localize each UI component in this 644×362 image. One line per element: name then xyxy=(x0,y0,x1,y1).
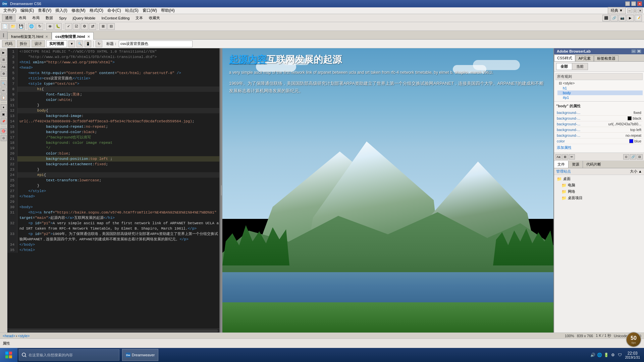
rp-btn-3[interactable]: ✏ xyxy=(569,154,575,160)
cat-incontext[interactable]: InContext Editing xyxy=(99,15,132,21)
corner-badge[interactable]: 50 0px xyxy=(626,332,641,347)
ls-btn-4[interactable]: ⚙ xyxy=(1,71,7,77)
ls-btn-8[interactable]: ♦ xyxy=(1,104,7,110)
tb-validate[interactable]: ✓ xyxy=(65,23,72,30)
refresh-design[interactable]: ↻ xyxy=(96,41,102,47)
device-mode[interactable]: 📱 xyxy=(85,41,91,47)
menu-format[interactable]: 格式(O) xyxy=(88,7,105,14)
tb-new[interactable]: 📄 xyxy=(1,23,9,30)
code-line[interactable]: 24 #p1{ xyxy=(7,172,219,178)
h-scrollbar[interactable] xyxy=(9,329,218,332)
panel-min[interactable]: ─ xyxy=(631,49,636,53)
prop-row-textcolor[interactable]: color blue xyxy=(555,138,643,144)
tb-expand[interactable]: ⊞ xyxy=(99,23,107,30)
tb-icon-4[interactable]: ▶ xyxy=(627,15,634,21)
code-line[interactable]: 35 </html> xyxy=(7,247,219,253)
ls-btn-7[interactable]: 📋 xyxy=(1,95,7,101)
cat-text[interactable]: 文本 xyxy=(133,15,146,21)
code-line[interactable]: 9 font-family:黑体; xyxy=(7,92,219,97)
code-line[interactable]: 21 background-position:top left ; xyxy=(7,156,219,162)
win-restore[interactable]: □ xyxy=(633,8,637,13)
cat-layout2[interactable]: 布局 xyxy=(30,15,42,21)
rule-style[interactable]: ⊟ <style> xyxy=(557,81,643,86)
tb-icon-2[interactable]: 🔗 xyxy=(610,15,618,21)
mode-live[interactable]: 实时视图 xyxy=(46,40,67,47)
btn-all[interactable]: 全部 xyxy=(556,63,572,70)
tree-item-pc[interactable]: 📁 电脑 xyxy=(555,182,643,188)
code-line[interactable]: 6 <title>css设置背景颜色</title> xyxy=(7,76,219,81)
code-line[interactable]: 23 } xyxy=(7,167,219,172)
code-line[interactable]: 20 color:blue; xyxy=(7,151,219,156)
breadcrumb-head[interactable]: <head> xyxy=(3,334,15,338)
close-btn[interactable]: ✕ xyxy=(637,1,642,6)
rule-body[interactable]: body xyxy=(557,90,643,95)
ls-btn-1[interactable]: ▶ xyxy=(1,50,7,56)
win-min[interactable]: ─ xyxy=(627,8,632,13)
menu-help[interactable]: 帮助(H) xyxy=(159,7,177,14)
code-line[interactable]: 7 <style type="text/css"> xyxy=(7,81,219,86)
taskbar-dw[interactable]: Dw Dreamweaver xyxy=(122,349,158,361)
prop-row-image[interactable]: background-... url(../f49243a7b80... xyxy=(555,121,643,127)
code-line[interactable]: 34 </body> xyxy=(7,242,219,247)
tree-item-projects[interactable]: 📁 桌面项目 xyxy=(555,195,643,201)
rp-btn-5[interactable]: 🔗 xyxy=(630,154,636,160)
code-line[interactable]: 19 */ xyxy=(7,145,219,151)
title-input[interactable] xyxy=(119,41,193,47)
win-close[interactable]: ✕ xyxy=(638,8,643,13)
code-line[interactable]: 33 <p id="p2">1969年。为了保障通信联络，美国国防部高级研究计划… xyxy=(7,231,219,242)
inspect-mode[interactable]: 🔍 xyxy=(76,41,83,47)
cat-layout[interactable]: 布局 xyxy=(16,15,29,21)
prop-row-attachment[interactable]: background-... fixed xyxy=(555,110,643,116)
tab-css-close[interactable]: ✕ xyxy=(87,35,90,39)
cat-data[interactable]: 数据 xyxy=(43,15,56,21)
tb-save[interactable]: 💾 xyxy=(17,23,25,30)
code-line[interactable]: 22 background-attachment:fixed; xyxy=(7,162,219,167)
maximize-btn[interactable]: □ xyxy=(631,1,636,6)
rule-h1[interactable]: h1 xyxy=(557,86,643,90)
rp-btn-2[interactable]: ⊞ xyxy=(562,154,568,160)
start-button[interactable] xyxy=(0,348,17,362)
ls-btn-9[interactable]: ▣ xyxy=(1,111,7,117)
menu-insert[interactable]: 插入(I) xyxy=(53,7,69,14)
prop-row-repeat[interactable]: background-... no-repeat xyxy=(555,133,643,138)
tab-snippets[interactable]: 代码片断 xyxy=(583,161,604,168)
code-line[interactable]: 10 color:white; xyxy=(7,97,219,103)
menu-file[interactable]: 文件(F) xyxy=(1,7,18,14)
tb-icon-5[interactable]: 📝 xyxy=(635,15,642,21)
tray-icon-1[interactable]: 🔊 xyxy=(590,352,596,358)
code-line[interactable]: 1 <!DOCTYPE html PUBLIC "-//W3C//DTD XHT… xyxy=(7,49,219,54)
tab-frame[interactable]: frame框架复习.html ✕ xyxy=(7,32,52,40)
code-line[interactable]: 16 background-color:black; xyxy=(7,129,219,135)
tray-icon-3[interactable]: 🔋 xyxy=(604,352,609,358)
tab-tag-inspector[interactable]: 标签检查器 xyxy=(594,55,619,61)
taskbar-search[interactable]: 在这里输入你想搜索的内容 xyxy=(19,349,119,361)
tray-icon-5[interactable]: 🛡 xyxy=(617,352,623,358)
code-line[interactable]: 29 xyxy=(7,199,219,204)
manage-site-btn[interactable]: 管理站点 xyxy=(556,169,571,174)
cat-fav[interactable]: 收藏夹 xyxy=(146,15,163,21)
code-line[interactable]: 14 url(../f49243a7b8068e09-3cf3d8f40ff3e… xyxy=(7,119,219,124)
ls-btn-10[interactable]: 📌 xyxy=(1,118,7,124)
code-line[interactable]: 25 text-transform:lowercase; xyxy=(7,178,219,183)
code-line[interactable]: 31 <h1><a href="https://baike.sogou.com/… xyxy=(7,210,219,221)
code-line[interactable]: 30 <body> xyxy=(7,204,219,210)
code-panel[interactable]: 1 <!DOCTYPE html PUBLIC "-//W3C//DTD XHT… xyxy=(7,48,220,333)
tb-icon-1[interactable]: ⬛ xyxy=(602,15,610,21)
code-line[interactable]: 8 h1{ xyxy=(7,86,219,92)
menu-command[interactable]: 命令(C) xyxy=(105,7,123,14)
tab-css-styles[interactable]: CSS样式 xyxy=(554,55,575,61)
code-line[interactable]: 3 <html xmlns="http://www.w3.org/1999/xh… xyxy=(7,60,219,65)
cat-jquery[interactable]: jQuery Mobile xyxy=(70,15,98,21)
ls-btn-3[interactable]: Aa xyxy=(1,64,7,70)
menu-site[interactable]: 站点(S) xyxy=(123,7,141,14)
tray-icon-4[interactable]: ⚙ xyxy=(610,352,616,358)
mode-code[interactable]: 代码 xyxy=(2,40,15,47)
layout-preset[interactable]: 经典 ▼ xyxy=(608,7,626,14)
rp-btn-6[interactable]: ⊟ xyxy=(637,154,643,160)
tb-debug[interactable]: 🐛 xyxy=(54,23,62,30)
system-clock[interactable]: 22:03 2019/1/31 xyxy=(624,351,642,359)
code-line[interactable]: 11 } xyxy=(7,103,219,108)
tb-collapse[interactable]: ⊟ xyxy=(107,23,115,30)
btn-current[interactable]: 当前 xyxy=(572,63,588,70)
menu-window[interactable]: 窗口(W) xyxy=(141,7,159,14)
